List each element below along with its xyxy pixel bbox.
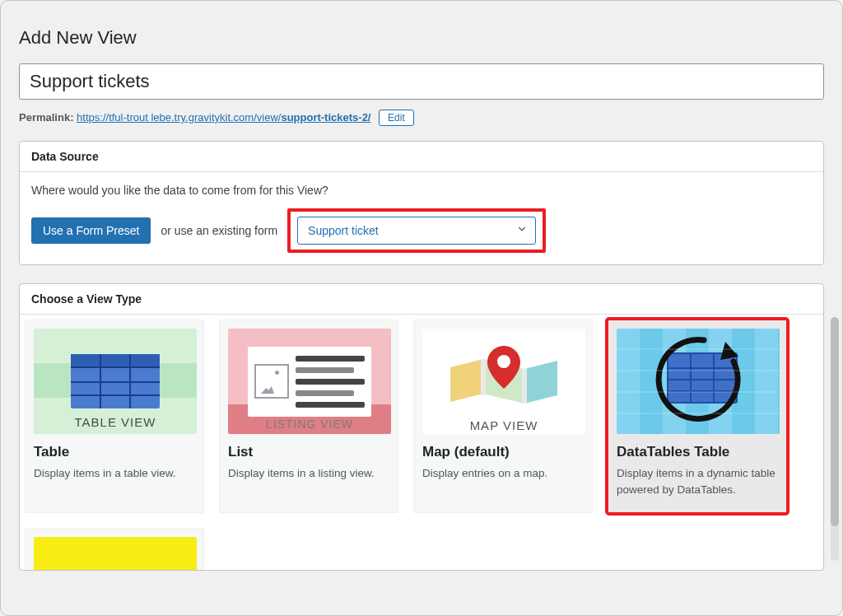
svg-rect-1 bbox=[71, 354, 160, 367]
view-type-title: Map (default) bbox=[422, 444, 584, 460]
permalink-label: Permalink: bbox=[19, 111, 73, 124]
data-source-or-text: or use an existing form bbox=[161, 224, 277, 237]
svg-point-12 bbox=[497, 355, 510, 368]
view-type-desc: Display items in a listing view. bbox=[228, 465, 389, 482]
view-type-desc: Display items in a dynamic table powered… bbox=[617, 465, 778, 497]
diy-view-icon: DIY bbox=[34, 537, 197, 570]
form-select-highlight: Support ticket bbox=[287, 208, 546, 253]
view-type-heading: Choose a View Type bbox=[20, 284, 823, 315]
view-type-desc: Display items in a table view. bbox=[34, 465, 195, 482]
view-title-input[interactable] bbox=[19, 63, 824, 100]
view-type-title: DataTables Table bbox=[617, 444, 778, 460]
permalink-slug: support-tickets-2/ bbox=[281, 111, 370, 124]
svg-marker-7 bbox=[450, 359, 483, 402]
thumb-caption: LISTING VIEW bbox=[228, 418, 391, 431]
page-title: Add New View bbox=[19, 27, 824, 49]
view-type-scroll[interactable]: TABLE VIEW Table Display items in a tabl… bbox=[20, 315, 823, 570]
thumb-caption: MAP VIEW bbox=[422, 418, 585, 432]
view-type-card-datatables[interactable]: DataTables Table Display items in a dyna… bbox=[608, 320, 787, 513]
table-view-icon: TABLE VIEW bbox=[34, 329, 197, 434]
scrollbar-thumb[interactable] bbox=[831, 317, 839, 526]
view-type-card-diy[interactable]: DIY bbox=[25, 528, 204, 570]
svg-rect-13 bbox=[668, 353, 737, 403]
view-type-title: List bbox=[228, 444, 389, 460]
view-type-title: Table bbox=[34, 444, 195, 460]
permalink-link[interactable]: https://tful-trout lebe.try.gravitykit.c… bbox=[77, 111, 370, 124]
scrollbar[interactable] bbox=[831, 317, 839, 561]
datatables-view-icon bbox=[617, 329, 780, 434]
view-type-panel: Choose a View Type TABLE V bbox=[19, 283, 824, 571]
listing-view-icon: LISTING VIEW bbox=[228, 329, 391, 434]
thumb-caption: TABLE VIEW bbox=[34, 415, 197, 429]
svg-marker-9 bbox=[524, 361, 557, 404]
view-type-card-list[interactable]: LISTING VIEW List Display items in a lis… bbox=[219, 320, 398, 513]
data-source-heading: Data Source bbox=[20, 142, 823, 172]
use-form-preset-button[interactable]: Use a Form Preset bbox=[31, 217, 151, 244]
permalink-edit-button[interactable]: Edit bbox=[379, 110, 414, 126]
view-type-card-map[interactable]: MAP VIEW Map (default) Display entries o… bbox=[413, 320, 593, 513]
permalink-base: https://tful-trout lebe.try.gravitykit.c… bbox=[77, 111, 281, 124]
data-source-question: Where would you like the data to come fr… bbox=[31, 184, 812, 197]
view-type-card-table[interactable]: TABLE VIEW Table Display items in a tabl… bbox=[25, 320, 204, 513]
data-source-panel: Data Source Where would you like the dat… bbox=[19, 141, 824, 265]
view-type-desc: Display entries on a map. bbox=[422, 465, 584, 482]
map-view-icon: MAP VIEW bbox=[422, 329, 585, 434]
permalink-row: Permalink: https://tful-trout lebe.try.g… bbox=[19, 110, 824, 126]
refresh-icon bbox=[659, 339, 738, 418]
existing-form-select[interactable]: Support ticket bbox=[297, 217, 536, 245]
